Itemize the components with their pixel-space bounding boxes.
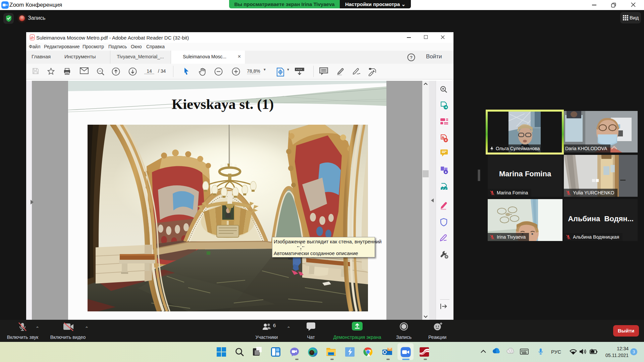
svg-text:?: ? — [410, 55, 413, 60]
